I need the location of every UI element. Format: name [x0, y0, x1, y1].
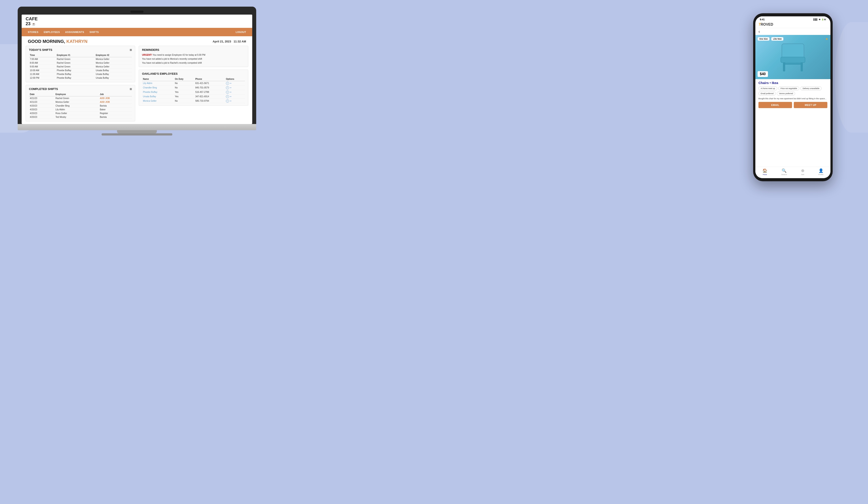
- emp-options: i ✏: [225, 81, 245, 85]
- emp-col-options: Options: [225, 77, 245, 81]
- nav-assignments[interactable]: ASSIGNMENTS: [65, 31, 84, 33]
- nav-employees[interactable]: EMPLOYEES: [44, 31, 60, 33]
- bottom-nav: 🏠 Feed 🔍 Search ⊕ Sell 👤 Profile: [755, 167, 830, 178]
- favorite-icon[interactable]: ★: [825, 37, 828, 41]
- greeting: GOOD MORNING, KATHRYN: [28, 39, 87, 44]
- left-column: TODAY'S SHIFTS ⊞ Time Employee #1 Employ…: [25, 46, 135, 121]
- info-icon[interactable]: i: [226, 95, 229, 98]
- nav-item-search[interactable]: 🔍 Search: [782, 168, 787, 175]
- edit-icon[interactable]: ✏: [230, 95, 232, 98]
- nav-item-profile[interactable]: 👤 Profile: [818, 168, 823, 175]
- troved-header: TROVED: [755, 22, 830, 28]
- datetime-display: April 21, 2023 11:32 AM: [213, 40, 246, 43]
- todays-shifts-title: TODAY'S SHIFTS ⊞: [29, 48, 132, 51]
- shift-emp1: Phoebe Buffay: [56, 72, 95, 76]
- email-button[interactable]: EMAIL: [758, 102, 792, 108]
- table-row: 8:00 AM Rachel Green Monica Geller: [29, 61, 132, 65]
- phone-device: 9:41 ▌▌▌ ⊛ 🔋32 TROVED ‹: [753, 13, 833, 181]
- reminders-card: REMINDERS URGENT! You need to assign Emp…: [139, 46, 248, 67]
- nav-links: STORES EMPLOYEES ASSIGNMENTS SHIFTS: [28, 31, 99, 33]
- feed-nav-label: Feed: [763, 173, 767, 175]
- shift-emp1: Rachel Green: [56, 65, 95, 69]
- condition-badge: Like New: [771, 37, 783, 41]
- table-row: 4/21/23 Rachel Green ADD JOB: [29, 97, 132, 100]
- edit-icon[interactable]: ✏: [230, 100, 232, 102]
- info-icon[interactable]: i: [226, 100, 229, 103]
- shift-time: 12:00 PM: [29, 76, 56, 80]
- reminders-content: URGENT! You need to assign Employee #2 f…: [142, 53, 245, 64]
- edit-icon[interactable]: ✏: [230, 82, 232, 84]
- laptop-notch: [130, 11, 144, 13]
- job-add-link[interactable]: ADD JOB: [99, 97, 132, 100]
- shift-employee: Rachel Green: [54, 97, 99, 100]
- chair-illustration: [777, 39, 808, 75]
- completed-shifts-table: Date Employee Job 4/21/23 Rachel Green A…: [29, 92, 132, 119]
- completed-shifts-title: COMPLETED SHIFTS ⊞: [29, 87, 132, 91]
- shift-emp1: Rachel Green: [56, 57, 95, 61]
- shift-date: 4/20/23: [29, 111, 54, 115]
- shift-time: 7:00 AM: [29, 57, 56, 61]
- col-emp1: Employee #1: [56, 53, 95, 57]
- emp-phone: 347-821-6914: [194, 94, 225, 99]
- laptop-stand: [117, 130, 157, 133]
- emp-options: i ✏: [225, 99, 245, 103]
- phone-screen: 9:41 ▌▌▌ ⊛ 🔋32 TROVED ‹: [755, 16, 830, 178]
- cafe-navbar: STORES EMPLOYEES ASSIGNMENTS SHIFTS LOGO…: [22, 28, 252, 36]
- table-row: Phoebe Buffay Yes 516-457-2788 i ✏: [142, 90, 245, 94]
- job-label: Barista: [99, 115, 132, 119]
- shift-employee: Lily Aldrin: [54, 108, 99, 111]
- back-button[interactable]: ‹: [755, 28, 830, 35]
- search-nav-icon: 🔍: [782, 168, 786, 173]
- nav-item-sell[interactable]: ⊕ Sell: [801, 168, 804, 175]
- svg-rect-4: [784, 63, 802, 64]
- page-header: GOOD MORNING, KATHRYN April 21, 2023 11:…: [22, 36, 252, 46]
- reminders-title: REMINDERS: [142, 48, 245, 51]
- reminder-message: You have not added a job to Rachel's rec…: [142, 61, 245, 64]
- emp-name[interactable]: Chandler Bing: [142, 85, 174, 90]
- job-add-link[interactable]: ADD JOB: [99, 100, 132, 104]
- logout-link[interactable]: LOGOUT: [236, 31, 246, 33]
- price-badge: $40: [757, 71, 768, 77]
- emp-name[interactable]: Monica Geller: [142, 99, 174, 103]
- info-icon[interactable]: i: [226, 82, 229, 85]
- product-details: Chairs • Ikea At home meet upPrice not n…: [755, 79, 830, 167]
- nav-shifts[interactable]: SHIFTS: [90, 31, 99, 33]
- info-icon[interactable]: i: [226, 91, 229, 94]
- col-emp2: Employee #2: [95, 53, 132, 57]
- product-title: Chairs • Ikea: [758, 81, 827, 85]
- shift-date: 4/20/23: [29, 104, 54, 108]
- shift-date: 4/20/23: [29, 115, 54, 119]
- completed-shifts-card: COMPLETED SHIFTS ⊞ Date Employee Job: [25, 85, 135, 121]
- job-label: Barista: [99, 104, 132, 108]
- nav-stores[interactable]: STORES: [28, 31, 39, 33]
- laptop-base: [18, 124, 256, 130]
- table-row: Ursala Buffay Yes 347-821-6914 i ✏: [142, 94, 245, 99]
- emp-phone: 585-733-9794: [194, 99, 225, 103]
- table-row: 4/20/23 Ross Geller Register: [29, 111, 132, 115]
- meetup-button[interactable]: MEET UP: [794, 102, 827, 108]
- shift-time: 11:00 AM: [29, 72, 56, 76]
- urgent-reminder: URGENT! You need to assign Employee #2 f…: [142, 53, 245, 57]
- table-row: 4/21/23 Monica Geller ADD JOB: [29, 100, 132, 104]
- emp-name[interactable]: Lily Aldrin: [142, 81, 174, 85]
- emp-options: i ✏: [225, 90, 245, 94]
- sell-nav-icon: ⊕: [801, 168, 804, 173]
- product-tag: At home meet up: [758, 87, 777, 90]
- battery-icon: 🔋32: [822, 18, 826, 21]
- nav-item-feed[interactable]: 🏠 Feed: [762, 168, 767, 175]
- emp-duty: Yes: [174, 94, 194, 99]
- table-row: 4/20/23 Ted Mosby Barista: [29, 115, 132, 119]
- svg-rect-1: [781, 57, 805, 62]
- copy-icon-2[interactable]: ⊞: [130, 88, 132, 91]
- emp-name[interactable]: Ursala Buffay: [142, 94, 174, 99]
- profile-nav-icon: 👤: [818, 168, 823, 173]
- todays-shifts-table: Time Employee #1 Employee #2 7:00 AM Rac…: [29, 53, 132, 80]
- edit-icon[interactable]: ✏: [230, 87, 232, 89]
- copy-icon[interactable]: ⊞: [130, 48, 132, 51]
- edit-icon[interactable]: ✏: [230, 91, 232, 93]
- emp-name[interactable]: Phoebe Buffay: [142, 90, 174, 94]
- info-icon[interactable]: i: [226, 86, 229, 89]
- table-row: Lily Aldrin No 631-421-5671 i ✏: [142, 81, 245, 85]
- shift-emp2: Ursala Buffay: [95, 76, 132, 80]
- size-badge: One Size: [757, 37, 769, 41]
